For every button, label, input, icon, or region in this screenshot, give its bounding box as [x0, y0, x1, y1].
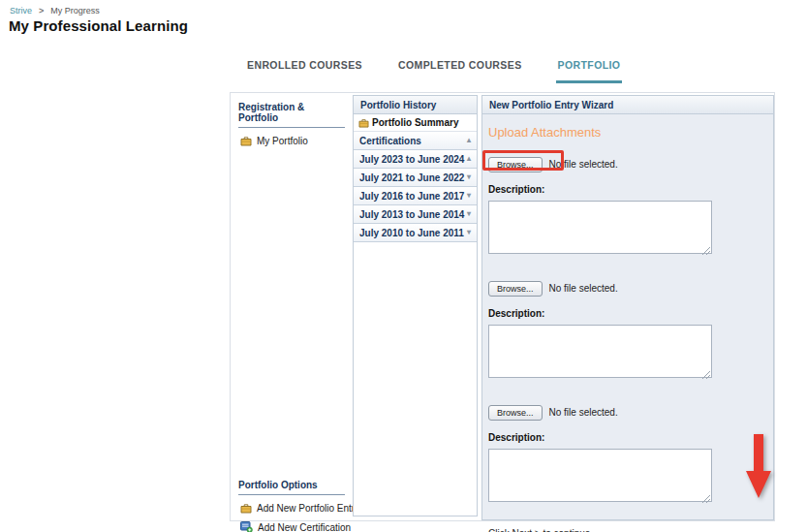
- description-field-wrap: [488, 449, 712, 506]
- registration-portfolio-header: Registration & Portfolio: [238, 102, 345, 128]
- accordion-2010-2011[interactable]: July 2010 to June 2011 ▾: [354, 224, 477, 242]
- file-input-row-2: Browse... No file selected.: [488, 280, 767, 297]
- description-field-wrap: [488, 325, 712, 382]
- file-input-row-3: Browse... No file selected.: [488, 404, 767, 421]
- expand-arrow-icon: ▾: [467, 229, 471, 236]
- portfolio-gold-icon: [240, 503, 252, 514]
- breadcrumb: Strive > My Progress: [10, 6, 100, 16]
- upload-attachments-title: Upload Attachments: [488, 125, 767, 140]
- portfolio-summary-label: Portfolio Summary: [372, 117, 458, 128]
- new-portfolio-entry-wizard: New Portfolio Entry Wizard Upload Attach…: [481, 95, 774, 520]
- sidebar-item-my-portfolio[interactable]: My Portfolio: [240, 136, 349, 146]
- sidebar-item-label: My Portfolio: [257, 136, 308, 146]
- portfolio-history-header: Portfolio History: [354, 96, 477, 114]
- expand-arrow-icon: ▾: [467, 210, 471, 218]
- no-file-selected-text: No file selected.: [549, 283, 618, 294]
- tab-enrolled-courses[interactable]: ENROLLED COURSES: [245, 57, 364, 83]
- upload-block-1: Browse... No file selected. Description:: [488, 156, 767, 258]
- wizard-body: Upload Attachments Browse... No file sel…: [482, 114, 773, 532]
- description-label-3: Description:: [488, 432, 767, 443]
- browse-button-3[interactable]: Browse...: [488, 405, 543, 421]
- description-textarea-2[interactable]: [488, 325, 712, 378]
- no-file-selected-text: No file selected.: [549, 159, 618, 170]
- breadcrumb-current: My Progress: [50, 6, 100, 16]
- portfolio-options-section: Portfolio Options Add New Portfolio Entr…: [231, 471, 353, 532]
- portfolio-workspace: Registration & Portfolio My Portfolio Po…: [230, 92, 775, 521]
- accordion-label: Certifications: [359, 136, 421, 146]
- breadcrumb-home-link[interactable]: Strive: [10, 6, 32, 16]
- accordion-label: July 2021 to June 2022: [359, 172, 464, 183]
- add-new-certification-label: Add New Certification: [258, 522, 351, 532]
- wizard-hint-text: Click Next > to continue.: [488, 528, 767, 532]
- chevron-right-icon: >: [39, 6, 44, 16]
- tab-bar: ENROLLED COURSES COMPLETED COURSES PORTF…: [245, 57, 622, 83]
- add-new-certification-link[interactable]: Add New Certification: [240, 521, 349, 532]
- upload-block-2: Browse... No file selected. Description:: [488, 280, 767, 382]
- file-input-row-1: Browse... No file selected.: [488, 156, 767, 172]
- upload-block-3: Browse... No file selected. Description:: [488, 404, 767, 506]
- collapse-arrow-icon: ▴: [467, 137, 471, 144]
- portfolio-history-panel: Portfolio History Portfolio Summary Cert…: [353, 95, 478, 516]
- expand-arrow-icon: ▾: [467, 192, 471, 200]
- tab-completed-courses[interactable]: COMPLETED COURSES: [396, 57, 524, 83]
- add-new-portfolio-entry-label: Add New Portfolio Entry: [257, 503, 359, 514]
- portfolio-gold-icon: [358, 118, 369, 128]
- portfolio-gold-icon: [240, 136, 252, 146]
- accordion-2016-2017[interactable]: July 2016 to June 2017 ▾: [354, 187, 477, 205]
- collapse-arrow-icon: ▴: [467, 155, 471, 163]
- description-label-2: Description:: [488, 308, 767, 319]
- add-new-portfolio-entry-link[interactable]: Add New Portfolio Entry: [240, 503, 349, 514]
- description-label-1: Description:: [488, 184, 767, 195]
- browse-button-2[interactable]: Browse...: [488, 281, 543, 297]
- description-textarea-1[interactable]: [488, 201, 712, 254]
- tab-portfolio[interactable]: PORTFOLIO: [556, 57, 623, 83]
- description-field-wrap: [488, 201, 712, 258]
- accordion-label: July 2016 to June 2017: [359, 191, 464, 202]
- navigation-column: Registration & Portfolio My Portfolio Po…: [231, 93, 353, 520]
- portfolio-summary-item[interactable]: Portfolio Summary: [354, 114, 477, 132]
- page-title: My Professional Learning: [9, 17, 188, 34]
- expand-arrow-icon: ▾: [467, 173, 471, 181]
- portfolio-options-header: Portfolio Options: [238, 480, 345, 495]
- certification-add-icon: [240, 521, 253, 532]
- description-textarea-3[interactable]: [488, 449, 712, 502]
- accordion-label: July 2010 to June 2011: [359, 228, 464, 238]
- accordion-label: July 2023 to June 2024: [359, 154, 464, 165]
- accordion-label: July 2013 to June 2014: [359, 209, 464, 220]
- wizard-header: New Portfolio Entry Wizard: [482, 96, 773, 114]
- accordion-2021-2022[interactable]: July 2021 to June 2022 ▾: [354, 169, 477, 187]
- browse-button-1[interactable]: Browse...: [488, 157, 543, 172]
- accordion-2013-2014[interactable]: July 2013 to June 2014 ▾: [354, 205, 477, 224]
- accordion-certifications[interactable]: Certifications ▴: [354, 132, 477, 150]
- accordion-2023-2024[interactable]: July 2023 to June 2024 ▴: [354, 150, 477, 169]
- no-file-selected-text: No file selected.: [549, 407, 618, 418]
